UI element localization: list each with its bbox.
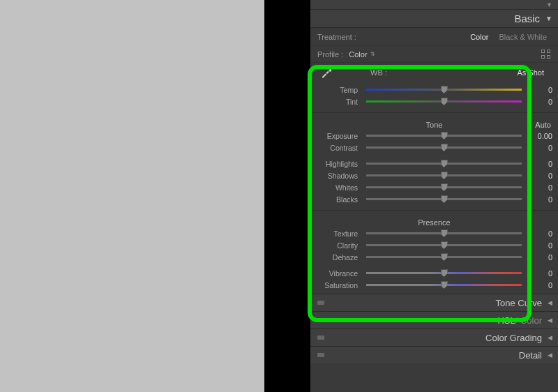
tone-curve-panel-header[interactable]: Tone Curve ◀ <box>310 294 558 311</box>
texture-slider[interactable] <box>366 232 522 234</box>
blacks-value[interactable]: 0 <box>526 195 552 204</box>
tone-section: Tone Auto Exposure 0.00 Contrast 0 Highl… <box>310 115 558 208</box>
profile-row: Profile : Color ⇅ <box>310 46 558 63</box>
tint-label: Tint <box>316 98 362 106</box>
slider-thumb[interactable] <box>441 241 448 249</box>
auto-tone-button[interactable]: Auto <box>535 121 551 129</box>
slider-thumb[interactable] <box>441 253 448 261</box>
tint-slider-row: Tint 0 <box>310 96 558 107</box>
highlights-slider-row: Highlights 0 <box>310 158 558 169</box>
dehaze-value[interactable]: 0 <box>526 253 552 262</box>
saturation-value[interactable]: 0 <box>526 281 552 289</box>
treatment-color-option[interactable]: Color <box>466 33 492 41</box>
slider-thumb[interactable] <box>441 195 448 203</box>
shadows-value[interactable]: 0 <box>526 172 552 180</box>
texture-value[interactable]: 0 <box>526 229 552 238</box>
chevron-left-icon: ◀ <box>548 334 552 341</box>
slider-thumb[interactable] <box>441 132 448 140</box>
profile-label: Profile : <box>317 50 343 59</box>
wb-preset-dropdown[interactable]: As Shot <box>517 68 544 77</box>
vibrance-label: Vibrance <box>316 269 362 278</box>
texture-label: Texture <box>316 229 362 238</box>
slider-thumb[interactable] <box>441 281 448 289</box>
blacks-slider-row: Blacks 0 <box>310 193 558 205</box>
slider-thumb[interactable] <box>441 98 448 105</box>
detail-panel-header[interactable]: Detail ◀ <box>310 346 558 363</box>
treatment-bw-option[interactable]: Black & White <box>495 33 551 41</box>
temp-label: Temp <box>316 86 362 94</box>
blacks-label: Blacks <box>316 195 362 204</box>
exposure-slider-row: Exposure 0.00 <box>310 130 558 142</box>
chevron-left-icon: ◀ <box>548 317 552 324</box>
shadows-label: Shadows <box>316 172 362 180</box>
chevron-down-icon: ▼ <box>545 15 552 22</box>
panel-toggle-icon[interactable] <box>317 353 324 357</box>
tint-value[interactable]: 0 <box>526 98 552 106</box>
basic-panel-header[interactable]: Basic ▼ <box>310 10 558 28</box>
develop-panel: ▼ Basic ▼ Treatment : Color Black & Whit… <box>310 0 558 392</box>
clarity-value[interactable]: 0 <box>526 241 552 250</box>
saturation-slider[interactable] <box>366 284 522 286</box>
hsl-color-panel-header[interactable]: HSL / Color ◀ <box>310 311 558 329</box>
contrast-label: Contrast <box>316 144 362 152</box>
highlights-value[interactable]: 0 <box>526 160 552 168</box>
slider-thumb[interactable] <box>441 160 448 167</box>
profile-browser-icon[interactable] <box>541 50 551 59</box>
dehaze-slider-row: Dehaze 0 <box>310 251 558 263</box>
temp-slider[interactable] <box>366 89 522 91</box>
saturation-label: Saturation <box>316 281 362 289</box>
detail-title: Detail <box>519 350 542 361</box>
basic-title: Basic <box>514 13 540 24</box>
hsl-color-suffix: / Color <box>515 315 542 326</box>
whites-slider[interactable] <box>366 186 522 188</box>
shadows-slider-row: Shadows 0 <box>310 169 558 181</box>
contrast-slider-row: Contrast 0 <box>310 142 558 153</box>
contrast-value[interactable]: 0 <box>526 144 552 152</box>
clarity-label: Clarity <box>316 241 362 250</box>
slider-thumb[interactable] <box>441 86 448 93</box>
shadows-slider[interactable] <box>366 174 522 176</box>
chevron-left-icon: ◀ <box>548 352 552 359</box>
texture-slider-row: Texture 0 <box>310 227 558 239</box>
clarity-slider-row: Clarity 0 <box>310 239 558 251</box>
panel-stub-top[interactable]: ▼ <box>310 0 558 10</box>
color-grading-panel-header[interactable]: Color Grading ◀ <box>310 329 558 346</box>
highlights-slider[interactable] <box>366 163 522 165</box>
vibrance-slider-row: Vibrance 0 <box>310 267 558 279</box>
exposure-value[interactable]: 0.00 <box>526 132 552 140</box>
tone-curve-title: Tone Curve <box>496 298 542 308</box>
slider-thumb[interactable] <box>441 229 448 237</box>
slider-thumb[interactable] <box>441 183 448 191</box>
chevron-updown-icon: ⇅ <box>370 51 375 57</box>
panel-toggle-icon[interactable] <box>317 318 324 322</box>
panel-toggle-icon[interactable] <box>317 336 324 340</box>
blacks-slider[interactable] <box>366 198 522 200</box>
exposure-slider[interactable] <box>366 135 522 137</box>
eyedropper-icon[interactable] <box>320 66 333 79</box>
temp-slider-row: Temp 0 <box>310 84 558 96</box>
clarity-slider[interactable] <box>366 244 522 246</box>
chevron-down-icon: ▼ <box>546 1 552 8</box>
whites-value[interactable]: 0 <box>526 183 552 192</box>
exposure-label: Exposure <box>316 132 362 140</box>
panel-toggle-icon[interactable] <box>317 301 324 305</box>
black-gap <box>264 0 310 392</box>
vibrance-value[interactable]: 0 <box>526 269 552 278</box>
dehaze-slider[interactable] <box>366 256 522 258</box>
wb-label: WB : <box>370 68 387 77</box>
saturation-slider-row: Saturation 0 <box>310 279 558 291</box>
profile-dropdown[interactable]: Color <box>349 50 367 59</box>
tint-slider[interactable] <box>366 100 522 103</box>
slider-thumb[interactable] <box>441 144 448 151</box>
hsl-title: HSL <box>497 315 515 326</box>
wb-section: WB : As Shot Temp 0 Tint 0 <box>310 63 558 110</box>
tone-title-row: Tone Auto <box>310 118 558 130</box>
highlights-label: Highlights <box>316 160 362 168</box>
slider-thumb[interactable] <box>441 172 448 179</box>
temp-value[interactable]: 0 <box>526 86 552 94</box>
contrast-slider[interactable] <box>366 146 522 149</box>
chevron-left-icon: ◀ <box>548 299 552 306</box>
slider-thumb[interactable] <box>441 269 448 277</box>
vibrance-slider[interactable] <box>366 272 522 274</box>
treatment-label: Treatment : <box>317 33 356 41</box>
